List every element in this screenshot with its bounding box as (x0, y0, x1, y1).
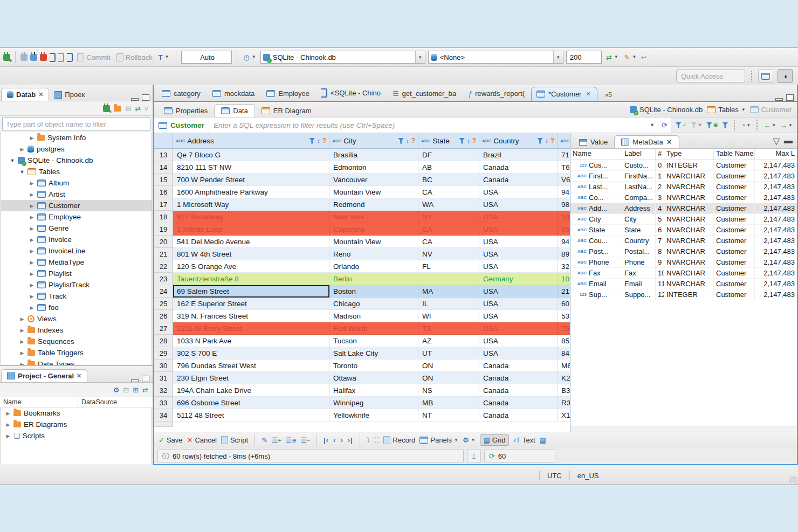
view-menu-icon[interactable]: ▽ (773, 136, 780, 146)
column-header-partial[interactable]: ABC (558, 133, 570, 148)
cell-country[interactable]: USA (479, 223, 558, 236)
meta-cell-type[interactable]: NVARCHAR (664, 225, 714, 236)
row-number[interactable]: 34 (154, 409, 173, 422)
cell-address[interactable]: 696 Osborne Street (173, 397, 329, 409)
meta-cell-table[interactable]: Customer (714, 192, 755, 203)
cell-country[interactable]: USA (479, 198, 558, 211)
chevron-right-icon[interactable]: ▶ (29, 181, 35, 186)
chevron-right-icon[interactable]: ▶ (19, 147, 25, 152)
tree-item-invoice[interactable]: ▶Invoice (1, 234, 152, 245)
meta-row[interactable]: ABCCou...Country7NVARCHARCustomer2,147,4… (570, 236, 797, 246)
meta-cell-table[interactable]: Customer (714, 257, 755, 268)
meta-cell-max[interactable]: 2,147,483 (755, 160, 797, 171)
filter-funnel-icon[interactable] (398, 138, 404, 144)
meta-cell-name[interactable]: ABCCity (570, 214, 622, 225)
cell-city[interactable]: Cupertino (329, 223, 418, 236)
tree-item-sqlite-chinook-db[interactable]: ▼SQLite - Chinook.db (1, 155, 152, 166)
meta-cell-label[interactable]: City (622, 214, 656, 225)
cell-address[interactable]: 120 S Orange Ave (173, 260, 329, 273)
cell-address[interactable]: 8210 111 ST NW (173, 161, 329, 174)
meta-cell-name[interactable]: ABCAdd... (570, 203, 622, 214)
maximize-icon[interactable] (142, 376, 149, 382)
meta-cell-max[interactable]: 2,147,483 (755, 225, 797, 236)
cell-country[interactable]: USA (479, 260, 558, 273)
editor-tab-mockdata[interactable]: mockdata (207, 86, 261, 101)
meta-cell-type[interactable]: NVARCHAR (664, 192, 714, 203)
chevron-right-icon[interactable]: ▶ (29, 226, 35, 231)
row-number[interactable]: 31 (154, 372, 173, 384)
cell-state[interactable]: UT (418, 347, 479, 360)
meta-cell-label[interactable]: Country (622, 236, 656, 246)
column-help-icon[interactable]: ? (322, 137, 326, 144)
cell-address[interactable]: Tauentzienstraße 8 (173, 273, 329, 285)
close-icon[interactable]: ✕ (38, 91, 43, 98)
column-header-name[interactable]: Name (3, 398, 78, 406)
tree-item-track[interactable]: ▶Track (1, 291, 152, 302)
meta-row[interactable]: ABCLast...LastNa...2NVARCHARCustomer2,14… (570, 182, 797, 192)
transaction-log-button[interactable]: T▼ (157, 53, 171, 62)
cell-address[interactable]: Qe 7 Bloco G (173, 149, 329, 161)
editor-tab--customer[interactable]: *Customer✕ (531, 87, 597, 101)
meta-row[interactable]: 123Cus...Custo...0INTEGERCustomer2,147,4… (570, 160, 797, 171)
row-number[interactable] (154, 422, 173, 427)
tree-item-system-info[interactable]: ▶System Info (1, 132, 152, 143)
result-table-label[interactable]: Customer (154, 118, 209, 133)
auto-refresh-icon[interactable]: ◔▼ (741, 122, 751, 129)
cell-state[interactable]: NT (418, 409, 479, 422)
meta-cell-type[interactable]: NVARCHAR (664, 182, 714, 192)
cell-country[interactable]: USA (479, 285, 558, 298)
filter-funnel-icon[interactable] (537, 138, 543, 144)
meta-column-header-label[interactable]: Label (622, 149, 656, 160)
meta-cell-num[interactable]: 4 (656, 203, 664, 214)
cell-extra[interactable]: K2 (558, 372, 570, 384)
cell-address[interactable]: 1 Microsoft Way (173, 198, 329, 211)
meta-cell-label[interactable]: Compa... (622, 192, 656, 203)
cell-city[interactable]: Edmonton (329, 161, 418, 174)
meta-cell-table[interactable]: Customer (714, 225, 755, 236)
row-number[interactable]: 15 (154, 174, 173, 186)
settings-button[interactable]: ⚙▼ (463, 437, 476, 444)
meta-cell-type[interactable]: NVARCHAR (664, 236, 714, 246)
column-header-country[interactable]: ABCCountry↕? (479, 133, 558, 148)
custom-filter-icon[interactable] (722, 122, 728, 128)
chevron-right-icon[interactable]: ▶ (29, 305, 35, 310)
cell-city[interactable]: Mountain View (329, 236, 418, 248)
gear-icon[interactable]: ⚙ (113, 386, 120, 393)
minimize-icon[interactable] (775, 98, 783, 101)
meta-row[interactable]: ABCAdd...Address4NVARCHARCustomer2,147,4… (570, 203, 797, 214)
meta-cell-num[interactable]: 5 (656, 214, 664, 225)
cell-state[interactable]: NV (418, 248, 479, 260)
sort-icon[interactable]: ↕ (467, 138, 470, 144)
duplicate-row-icon[interactable]: ☰⊕ (286, 437, 297, 444)
meta-cell-label[interactable]: Email (622, 279, 656, 289)
chevron-right-icon[interactable]: ▶ (29, 237, 35, 243)
schema-select[interactable]: <None> ▼ (428, 51, 563, 64)
meta-cell-table[interactable]: Customer (714, 279, 755, 289)
grid-view-button[interactable]: ▦Grid (480, 434, 510, 446)
cell-address[interactable]: 796 Dundas Street West (173, 360, 329, 372)
tree-item-mediatype[interactable]: ▶MediaType (1, 257, 152, 268)
tree-item-album[interactable]: ▶Album (1, 177, 152, 189)
minimize-icon[interactable] (131, 98, 139, 101)
open-perspective-button[interactable] (758, 69, 773, 83)
tree-item-indexes[interactable]: ▶Indexes (1, 324, 152, 336)
cell-extra[interactable]: R3 (558, 397, 570, 409)
cell-extra[interactable]: 10 (558, 273, 570, 285)
row-number[interactable]: 25 (154, 298, 173, 310)
chevron-right-icon[interactable]: ▶ (5, 422, 11, 427)
format-button[interactable]: ✎▼ (623, 53, 638, 62)
new-sql-editor-icon[interactable] (67, 53, 73, 62)
meta-cell-name[interactable]: ABCCou... (570, 236, 622, 246)
cell-country[interactable]: USA (479, 186, 558, 198)
row-number[interactable]: 27 (154, 322, 173, 335)
database-select[interactable]: SQLite - Chinook.db ▼ (260, 51, 425, 64)
tree-item-views[interactable]: ▶Views (1, 313, 152, 324)
subtab-er-diagram[interactable]: ER Diagram (255, 105, 318, 117)
meta-cell-num[interactable]: 1 (656, 171, 664, 182)
cell-state[interactable]: WI (418, 310, 479, 322)
cell-city[interactable]: Yellowknife (329, 409, 418, 422)
cell-city[interactable]: Madison (329, 310, 418, 322)
meta-cell-num[interactable]: 10 (656, 268, 664, 279)
tab-datab[interactable]: Datab✕ (1, 88, 49, 101)
meta-cell-label[interactable]: Custo... (622, 160, 656, 171)
